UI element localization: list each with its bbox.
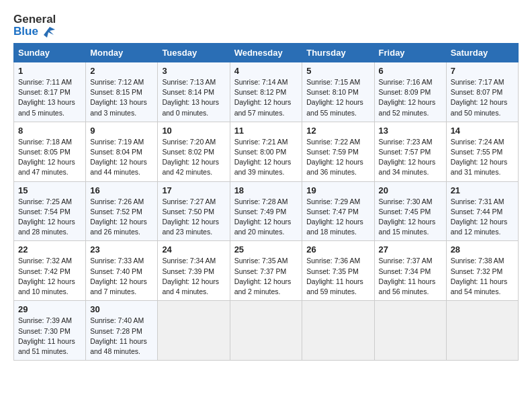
day-number: 22 bbox=[18, 244, 81, 255]
day-number: 15 bbox=[18, 185, 81, 195]
calendar-day-cell: 30Sunrise: 7:40 AMSunset: 7:28 PMDayligh… bbox=[86, 301, 158, 361]
day-info: Sunrise: 7:15 AMSunset: 8:10 PMDaylight:… bbox=[306, 77, 369, 118]
calendar-day-cell: 29Sunrise: 7:39 AMSunset: 7:30 PMDayligh… bbox=[14, 301, 86, 361]
calendar-day-cell: 12Sunrise: 7:22 AMSunset: 7:59 PMDayligh… bbox=[302, 122, 374, 181]
calendar-day-cell: 13Sunrise: 7:23 AMSunset: 7:57 PMDayligh… bbox=[374, 122, 446, 181]
day-info: Sunrise: 7:19 AMSunset: 8:04 PMDaylight:… bbox=[90, 137, 153, 178]
day-info: Sunrise: 7:17 AMSunset: 8:07 PMDaylight:… bbox=[451, 77, 514, 118]
day-info: Sunrise: 7:30 AMSunset: 7:45 PMDaylight:… bbox=[379, 197, 442, 238]
calendar-day-cell: 15Sunrise: 7:25 AMSunset: 7:54 PMDayligh… bbox=[14, 181, 86, 241]
day-number: 11 bbox=[234, 126, 298, 136]
day-number: 13 bbox=[379, 126, 442, 136]
calendar-day-cell: 18Sunrise: 7:28 AMSunset: 7:49 PMDayligh… bbox=[230, 181, 302, 241]
day-number: 26 bbox=[306, 244, 369, 255]
day-number: 6 bbox=[379, 66, 442, 76]
day-info: Sunrise: 7:33 AMSunset: 7:40 PMDaylight:… bbox=[90, 256, 153, 297]
calendar-day-cell: 6Sunrise: 7:16 AMSunset: 8:09 PMDaylight… bbox=[374, 62, 446, 122]
calendar-day-cell bbox=[158, 301, 230, 361]
header-friday: Friday bbox=[374, 43, 446, 62]
header-monday: Monday bbox=[86, 43, 158, 62]
day-info: Sunrise: 7:24 AMSunset: 7:55 PMDaylight:… bbox=[451, 137, 514, 178]
day-info: Sunrise: 7:27 AMSunset: 7:50 PMDaylight:… bbox=[162, 197, 225, 238]
calendar-day-cell: 2Sunrise: 7:12 AMSunset: 8:15 PMDaylight… bbox=[86, 62, 158, 122]
day-number: 3 bbox=[162, 66, 225, 76]
day-number: 29 bbox=[18, 304, 81, 314]
day-info: Sunrise: 7:23 AMSunset: 7:57 PMDaylight:… bbox=[379, 137, 442, 178]
day-info: Sunrise: 7:18 AMSunset: 8:05 PMDaylight:… bbox=[18, 137, 81, 178]
day-number: 1 bbox=[18, 66, 81, 76]
calendar-day-cell bbox=[374, 301, 446, 361]
calendar-day-cell: 28Sunrise: 7:38 AMSunset: 7:32 PMDayligh… bbox=[446, 241, 518, 301]
logo-general-text: General bbox=[13, 13, 56, 26]
day-info: Sunrise: 7:12 AMSunset: 8:15 PMDaylight:… bbox=[90, 77, 153, 118]
day-number: 20 bbox=[379, 185, 442, 195]
calendar-week-row: 22Sunrise: 7:32 AMSunset: 7:42 PMDayligh… bbox=[14, 241, 519, 301]
day-number: 17 bbox=[162, 185, 225, 195]
day-info: Sunrise: 7:22 AMSunset: 7:59 PMDaylight:… bbox=[306, 137, 369, 178]
day-info: Sunrise: 7:38 AMSunset: 7:32 PMDaylight:… bbox=[451, 256, 514, 297]
calendar-day-cell: 8Sunrise: 7:18 AMSunset: 8:05 PMDaylight… bbox=[14, 122, 86, 181]
day-number: 28 bbox=[451, 244, 514, 255]
calendar-day-cell: 14Sunrise: 7:24 AMSunset: 7:55 PMDayligh… bbox=[446, 122, 518, 181]
header-saturday: Saturday bbox=[446, 43, 518, 62]
header-wednesday: Wednesday bbox=[230, 43, 302, 62]
calendar-day-cell: 19Sunrise: 7:29 AMSunset: 7:47 PMDayligh… bbox=[302, 181, 374, 241]
day-number: 21 bbox=[451, 185, 514, 195]
day-info: Sunrise: 7:13 AMSunset: 8:14 PMDaylight:… bbox=[162, 77, 225, 118]
day-number: 10 bbox=[162, 126, 225, 136]
calendar-day-cell: 25Sunrise: 7:35 AMSunset: 7:37 PMDayligh… bbox=[230, 241, 302, 301]
logo: General Blue bbox=[13, 13, 56, 38]
day-number: 19 bbox=[306, 185, 369, 195]
calendar-week-row: 8Sunrise: 7:18 AMSunset: 8:05 PMDaylight… bbox=[14, 122, 519, 181]
calendar-day-cell: 4Sunrise: 7:14 AMSunset: 8:12 PMDaylight… bbox=[230, 62, 302, 122]
day-number: 4 bbox=[234, 66, 298, 76]
day-number: 30 bbox=[90, 304, 153, 314]
day-info: Sunrise: 7:39 AMSunset: 7:30 PMDaylight:… bbox=[18, 316, 81, 357]
day-info: Sunrise: 7:34 AMSunset: 7:39 PMDaylight:… bbox=[162, 256, 225, 297]
calendar-day-cell: 11Sunrise: 7:21 AMSunset: 8:00 PMDayligh… bbox=[230, 122, 302, 181]
calendar-day-cell: 21Sunrise: 7:31 AMSunset: 7:44 PMDayligh… bbox=[446, 181, 518, 241]
calendar-day-cell: 5Sunrise: 7:15 AMSunset: 8:10 PMDaylight… bbox=[302, 62, 374, 122]
calendar-day-cell: 20Sunrise: 7:30 AMSunset: 7:45 PMDayligh… bbox=[374, 181, 446, 241]
day-info: Sunrise: 7:28 AMSunset: 7:49 PMDaylight:… bbox=[234, 197, 298, 238]
calendar-day-cell: 3Sunrise: 7:13 AMSunset: 8:14 PMDaylight… bbox=[158, 62, 230, 122]
calendar-week-row: 15Sunrise: 7:25 AMSunset: 7:54 PMDayligh… bbox=[14, 181, 519, 241]
day-number: 25 bbox=[234, 244, 298, 255]
logo-bird-icon bbox=[40, 26, 55, 38]
day-info: Sunrise: 7:32 AMSunset: 7:42 PMDaylight:… bbox=[18, 256, 81, 297]
day-number: 12 bbox=[306, 126, 369, 136]
day-info: Sunrise: 7:26 AMSunset: 7:52 PMDaylight:… bbox=[90, 197, 153, 238]
svg-marker-0 bbox=[44, 27, 55, 38]
calendar-day-cell: 23Sunrise: 7:33 AMSunset: 7:40 PMDayligh… bbox=[86, 241, 158, 301]
calendar-day-cell: 27Sunrise: 7:37 AMSunset: 7:34 PMDayligh… bbox=[374, 241, 446, 301]
calendar-week-row: 29Sunrise: 7:39 AMSunset: 7:30 PMDayligh… bbox=[14, 301, 519, 361]
day-info: Sunrise: 7:36 AMSunset: 7:35 PMDaylight:… bbox=[306, 256, 369, 297]
logo-blue-text: Blue bbox=[13, 26, 38, 38]
calendar-day-cell bbox=[302, 301, 374, 361]
day-number: 14 bbox=[451, 126, 514, 136]
calendar-day-cell: 1Sunrise: 7:11 AMSunset: 8:17 PMDaylight… bbox=[14, 62, 86, 122]
day-info: Sunrise: 7:40 AMSunset: 7:28 PMDaylight:… bbox=[90, 316, 153, 357]
header-tuesday: Tuesday bbox=[158, 43, 230, 62]
day-number: 27 bbox=[379, 244, 442, 255]
day-info: Sunrise: 7:35 AMSunset: 7:37 PMDaylight:… bbox=[234, 256, 298, 297]
day-number: 8 bbox=[18, 126, 81, 136]
day-info: Sunrise: 7:37 AMSunset: 7:34 PMDaylight:… bbox=[379, 256, 442, 297]
day-info: Sunrise: 7:21 AMSunset: 8:00 PMDaylight:… bbox=[234, 137, 298, 178]
day-info: Sunrise: 7:14 AMSunset: 8:12 PMDaylight:… bbox=[234, 77, 298, 118]
day-info: Sunrise: 7:29 AMSunset: 7:47 PMDaylight:… bbox=[306, 197, 369, 238]
calendar-day-cell bbox=[230, 301, 302, 361]
day-number: 18 bbox=[234, 185, 298, 195]
day-info: Sunrise: 7:11 AMSunset: 8:17 PMDaylight:… bbox=[18, 77, 81, 118]
calendar-header-row: Sunday Monday Tuesday Wednesday Thursday… bbox=[14, 43, 519, 62]
calendar-day-cell bbox=[446, 301, 518, 361]
day-info: Sunrise: 7:25 AMSunset: 7:54 PMDaylight:… bbox=[18, 197, 81, 238]
day-info: Sunrise: 7:31 AMSunset: 7:44 PMDaylight:… bbox=[451, 197, 514, 238]
calendar-week-row: 1Sunrise: 7:11 AMSunset: 8:17 PMDaylight… bbox=[14, 62, 519, 122]
day-number: 7 bbox=[451, 66, 514, 76]
calendar-table: Sunday Monday Tuesday Wednesday Thursday… bbox=[13, 43, 519, 361]
calendar-day-cell: 17Sunrise: 7:27 AMSunset: 7:50 PMDayligh… bbox=[158, 181, 230, 241]
calendar-day-cell: 9Sunrise: 7:19 AMSunset: 8:04 PMDaylight… bbox=[86, 122, 158, 181]
header-sunday: Sunday bbox=[14, 43, 86, 62]
calendar-day-cell: 7Sunrise: 7:17 AMSunset: 8:07 PMDaylight… bbox=[446, 62, 518, 122]
